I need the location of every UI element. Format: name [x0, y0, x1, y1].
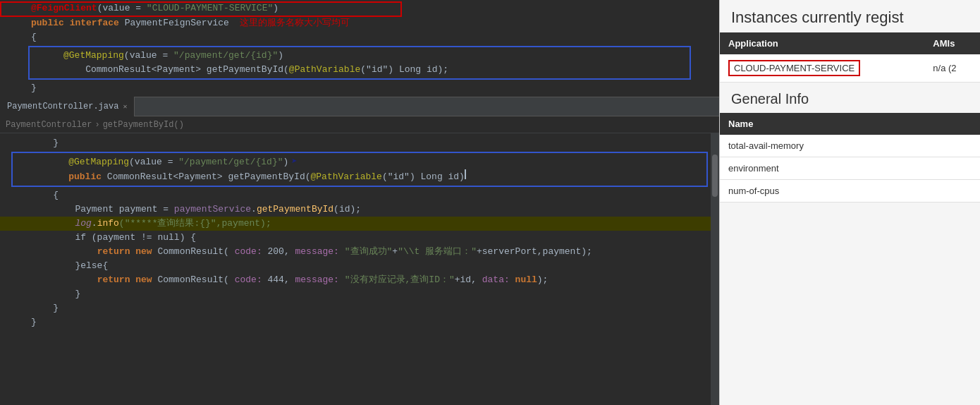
tab-label: PaymentController.java: [7, 102, 118, 111]
blue-box-bottom: @GetMapping(value = "/payment/get/{id}")…: [11, 152, 708, 187]
code-line-close2: }: [0, 301, 719, 315]
blue-box-top: @GetMapping(value = "/payment/get/{id}")…: [28, 46, 691, 80]
service-row: CLOUD-PAYMENT-SERVICE n/a (2: [720, 54, 980, 83]
tab-payment-controller[interactable]: PaymentController.java ✕: [0, 97, 135, 116]
code-line-close-brace: }: [0, 81, 719, 95]
general-info-table: Name total-avail-memory environment num-…: [720, 113, 980, 202]
tab-close-icon[interactable]: ✕: [123, 102, 127, 111]
code-line-feign: @FeignClient(value = "CLOUD-PAYMENT-SERV…: [0, 1, 719, 16]
code-top: @FeignClient(value = "CLOUD-PAYMENT-SERV…: [0, 0, 719, 97]
breadcrumb-method: getPaymentById(): [103, 120, 184, 130]
text-cursor: [465, 169, 466, 179]
col-name: Name: [720, 113, 980, 135]
chinese-comment: 这里的服务名称大小写均可: [240, 16, 350, 30]
eureka-instances-header: Instances currently regist: [720, 0, 980, 32]
code-line-public-method: public CommonResult<Payment> getPaymentB…: [16, 169, 704, 184]
general-info-header: General Info: [720, 83, 980, 113]
editor-panel: @FeignClient(value = "CLOUD-PAYMENT-SERV…: [0, 0, 719, 405]
service-name-badge: CLOUD-PAYMENT-SERVICE: [728, 60, 860, 76]
eureka-instances-table: Application AMIs CLOUD-PAYMENT-SERVICE n…: [720, 32, 980, 83]
code-line-payment: Payment payment = paymentService.getPaym…: [0, 202, 719, 217]
breadcrumb-controller: PaymentController: [6, 120, 92, 130]
code-line-if: if (payment != null) {: [0, 231, 719, 245]
info-row-3: num-of-cpus: [720, 180, 980, 202]
code-line-interface: public interface PaymentFeignService 这里的…: [0, 16, 719, 30]
code-line-else: }else{: [0, 259, 719, 273]
code-line-log: log.info("*****查询结果:{}",payment);: [0, 217, 719, 231]
service-name-cell: CLOUD-PAYMENT-SERVICE: [720, 54, 924, 83]
code-line-commonresult: CommonResult<Payment> getPaymentById(@Pa…: [32, 63, 687, 77]
info-cell-memory: total-avail-memory: [720, 135, 980, 157]
info-row-1: total-avail-memory: [720, 135, 980, 157]
code-line-close3: }: [0, 315, 719, 330]
code-bottom: } @GetMapping(value = "/payment/get/{id}…: [0, 133, 719, 405]
code-line-getmapping-bottom: @GetMapping(value = "/payment/get/{id}")…: [16, 155, 704, 169]
code-line-1: }: [0, 133, 719, 150]
col-application: Application: [720, 32, 924, 54]
code-line-getmapping-top: @GetMapping(value = "/payment/get/{id}"): [32, 49, 687, 63]
col-amis: AMIs: [924, 32, 980, 54]
code-line-close1: }: [0, 287, 719, 301]
code-line-brace: {: [0, 30, 719, 44]
code-line-open: {: [0, 188, 719, 202]
info-cell-env: environment: [720, 157, 980, 180]
breadcrumb-sep: ›: [94, 120, 99, 130]
feign-annotation: @FeignClient: [31, 1, 97, 16]
info-cell-cpus: num-of-cpus: [720, 180, 980, 202]
amis-value-cell: n/a (2: [924, 54, 980, 83]
breadcrumb: PaymentController › getPaymentById(): [0, 116, 719, 133]
tab-bar: PaymentController.java ✕: [0, 97, 719, 116]
blue-arrow-icon: ➤: [291, 155, 297, 169]
scroll-gutter[interactable]: [711, 133, 719, 405]
code-line-return-200: return new CommonResult( code: 200, mess…: [0, 245, 719, 259]
code-line-return-444: return new CommonResult( code: 444, mess…: [0, 273, 719, 287]
eureka-panel: Instances currently regist Application A…: [719, 0, 980, 405]
info-row-2: environment: [720, 157, 980, 180]
scroll-thumb[interactable]: [712, 155, 718, 197]
